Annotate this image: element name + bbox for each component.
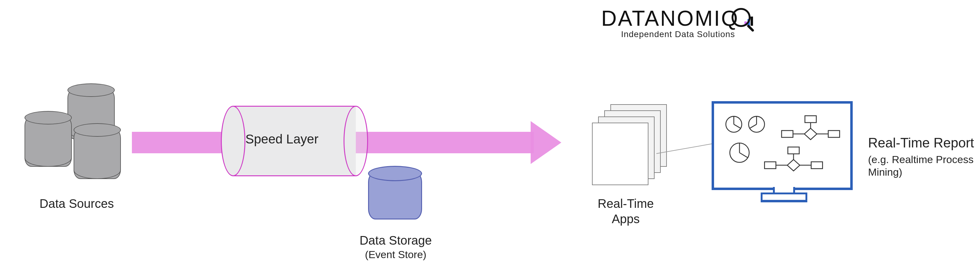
realtime-apps-icon: [586, 104, 672, 184]
data-storage-icon: [368, 172, 422, 219]
database-cylinder-icon: [74, 129, 121, 179]
monitor-screen: [712, 101, 853, 190]
svg-rect-8: [828, 130, 840, 137]
magnifier-icon: [732, 8, 757, 34]
realtime-apps-label-line1: Real-Time: [589, 196, 663, 211]
data-sources-label: Data Sources: [31, 196, 123, 211]
arrow-head-icon: [531, 121, 561, 164]
realtime-report-label: Real-Time Report: [868, 135, 978, 151]
dashboard-glyphs-icon: [719, 109, 845, 182]
realtime-apps-label-line2: Apps: [589, 211, 663, 226]
svg-rect-12: [765, 162, 776, 168]
svg-rect-6: [781, 130, 793, 137]
speed-layer-label: Speed Layer: [245, 132, 318, 146]
page-icon: [592, 122, 648, 185]
realtime-report-sublabel: (e.g. Realtime Process Mining): [868, 153, 980, 178]
brand-logo: DATANOMIQ Independent Data Solutions: [601, 6, 755, 39]
svg-rect-3: [805, 116, 816, 122]
data-storage-sublabel: (Event Store): [347, 248, 445, 261]
svg-rect-14: [811, 162, 822, 168]
data-sources-icon: [25, 89, 129, 193]
database-cylinder-icon: [25, 116, 72, 167]
monitor-base: [761, 192, 807, 202]
svg-rect-9: [788, 147, 799, 154]
brand-text: DATANOMIQ: [601, 6, 739, 30]
data-storage-label: Data Storage: [347, 233, 445, 248]
monitor-icon: [712, 101, 853, 202]
